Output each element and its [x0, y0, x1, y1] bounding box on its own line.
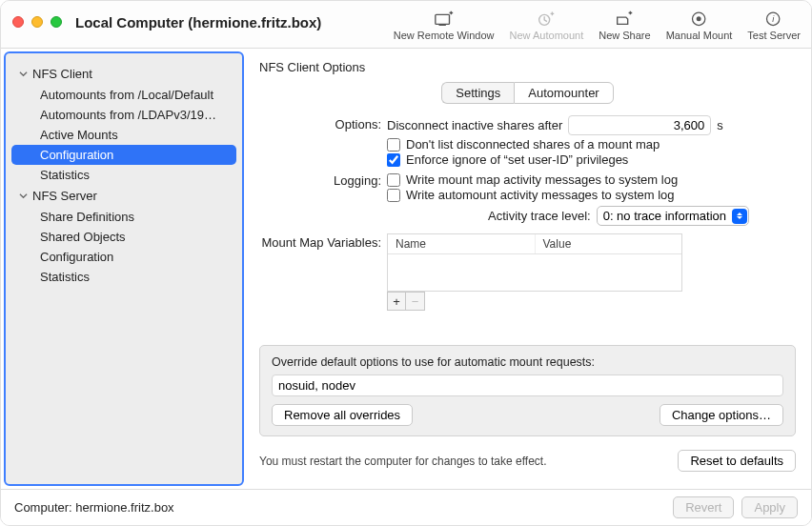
tabs: Settings Automounter: [259, 82, 796, 104]
restart-note: You must restart the computer for change…: [259, 455, 547, 468]
plus-icon: +: [393, 294, 400, 309]
dont-list-checkbox-row[interactable]: Don't list disconnected shares of a moun…: [387, 137, 796, 152]
mmv-table-header: Name Value: [388, 234, 681, 254]
toolbar-label: Test Server: [747, 30, 801, 41]
enforce-setuid-checkbox-row[interactable]: Enforce ignore of “set user-ID” privileg…: [387, 152, 796, 167]
sidebar-group-label: NFS Server: [32, 189, 97, 203]
svg-point-10: [696, 16, 700, 21]
sidebar-item[interactable]: Automounts from /Local/Default: [6, 85, 242, 105]
main-split: NFS Client Automounts from /Local/Defaul…: [1, 49, 811, 489]
options-row: Options: Disconnect inactive shares afte…: [259, 115, 796, 168]
enforce-setuid-checkbox[interactable]: [387, 153, 400, 167]
manual-mount-button[interactable]: Manual Mount: [665, 7, 734, 41]
logging-label: Logging:: [259, 172, 381, 188]
checkbox-label: Write automount activity messages to sys…: [406, 188, 675, 202]
sidebar-item[interactable]: Share Definitions: [6, 207, 242, 227]
checkbox-label: Enforce ignore of “set user-ID” privileg…: [406, 152, 628, 167]
window-title: Local Computer (hermione.fritz.box): [75, 14, 321, 30]
minus-icon: −: [412, 294, 419, 309]
test-server-icon: i: [763, 9, 784, 28]
mmv-table-body[interactable]: [388, 254, 681, 291]
new-remote-window-button[interactable]: New Remote Window: [393, 7, 496, 41]
automounter-form: Options: Disconnect inactive shares afte…: [259, 115, 796, 472]
mmv-table: Name Value: [387, 233, 682, 292]
toolbar-label: New Automount: [510, 30, 584, 41]
options-label: Options:: [259, 115, 381, 132]
tab-settings[interactable]: Settings: [441, 82, 514, 104]
chevron-down-icon: [19, 67, 29, 81]
mmv-add-button[interactable]: +: [387, 292, 406, 311]
remove-overrides-button[interactable]: Remove all overrides: [272, 404, 413, 426]
new-share-icon: [614, 9, 635, 28]
disconnect-timeout-input[interactable]: [568, 115, 711, 135]
disconnect-unit: s: [717, 118, 723, 132]
new-automount-button: New Automount: [509, 7, 585, 41]
log-automount-checkbox-row[interactable]: Write automount activity messages to sys…: [387, 188, 796, 202]
toolbar-label: Manual Mount: [666, 30, 733, 41]
change-options-button[interactable]: Change options…: [660, 404, 783, 426]
apply-button: Apply: [741, 496, 798, 518]
dont-list-checkbox[interactable]: [387, 138, 400, 152]
page-title: NFS Client Options: [259, 60, 796, 74]
mmv-col-value[interactable]: Value: [536, 234, 682, 253]
reset-defaults-button[interactable]: Reset to defaults: [678, 450, 796, 472]
override-options-input[interactable]: [272, 374, 783, 396]
mmv-col-name[interactable]: Name: [388, 234, 536, 253]
window-traffic-lights: [12, 16, 62, 28]
new-remote-window-icon: [434, 9, 455, 28]
mmv-remove-button: −: [406, 292, 425, 311]
zoom-window-button[interactable]: [51, 16, 62, 28]
minimize-window-button[interactable]: [31, 16, 43, 28]
titlebar: Local Computer (hermione.fritz.box) New …: [1, 1, 811, 49]
sidebar-item[interactable]: Shared Objects: [6, 227, 242, 247]
svg-text:i: i: [772, 14, 775, 24]
restart-note-row: You must restart the computer for change…: [259, 450, 796, 472]
new-automount-icon: [536, 9, 557, 28]
sidebar-group-label: NFS Client: [32, 67, 92, 81]
content-pane: NFS Client Options Settings Automounter …: [244, 49, 811, 489]
override-title: Override default options to use for auto…: [272, 355, 783, 369]
revert-button: Revert: [673, 496, 734, 518]
svg-rect-0: [436, 14, 450, 24]
log-automount-checkbox[interactable]: [387, 189, 400, 202]
sidebar-item[interactable]: Statistics: [6, 165, 242, 185]
chevron-down-icon: [19, 189, 29, 203]
checkbox-label: Don't list disconnected shares of a moun…: [406, 137, 660, 152]
trace-level-label: Activity trace level:: [488, 209, 591, 223]
sidebar-item[interactable]: Active Mounts: [6, 125, 242, 145]
log-mountmap-checkbox-row[interactable]: Write mount map activity messages to sys…: [387, 172, 796, 187]
manual-mount-icon: [689, 9, 710, 28]
toolbar-label: New Remote Window: [394, 30, 495, 41]
sidebar-item[interactable]: Configuration: [6, 247, 242, 267]
log-mountmap-checkbox[interactable]: [387, 173, 400, 187]
mmv-label: Mount Map Variables:: [259, 233, 381, 250]
sidebar-item-configuration[interactable]: Configuration: [11, 145, 236, 165]
mmv-controls: + −: [387, 292, 682, 311]
sidebar: NFS Client Automounts from /Local/Defaul…: [4, 51, 244, 486]
mount-map-variables-row: Mount Map Variables: Name Value +: [259, 233, 796, 311]
toolbar: New Remote Window New Automount New Shar…: [393, 7, 802, 41]
override-box: Override default options to use for auto…: [259, 345, 796, 436]
footer: Computer: hermione.fritz.box Revert Appl…: [1, 489, 811, 525]
logging-row: Logging: Write mount map activity messag…: [259, 172, 796, 226]
sidebar-item[interactable]: Statistics: [6, 267, 242, 287]
trace-level-select[interactable]: 0: no trace information: [597, 206, 749, 226]
sidebar-item[interactable]: Automounts from /LDAPv3/19…: [6, 105, 242, 125]
sidebar-group-nfs-client[interactable]: NFS Client: [6, 63, 242, 85]
sidebar-group-nfs-server[interactable]: NFS Server: [6, 185, 242, 207]
sidebar-tree: NFS Client Automounts from /Local/Defaul…: [6, 53, 242, 287]
toolbar-label: New Share: [599, 30, 650, 41]
footer-computer-label: Computer: hermione.fritz.box: [14, 500, 174, 515]
checkbox-label: Write mount map activity messages to sys…: [406, 172, 678, 187]
test-server-button[interactable]: i Test Server: [746, 7, 802, 41]
disconnect-label: Disconnect inactive shares after: [387, 118, 562, 132]
close-window-button[interactable]: [12, 16, 24, 28]
new-share-button[interactable]: New Share: [598, 7, 651, 41]
tab-automounter[interactable]: Automounter: [514, 82, 613, 104]
